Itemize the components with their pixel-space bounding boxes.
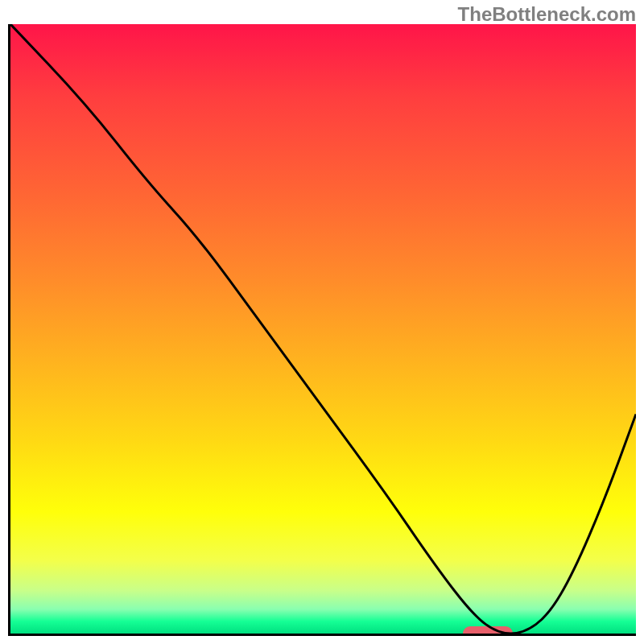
bottleneck-chart — [8, 24, 636, 636]
watermark-text: TheBottleneck.com — [458, 3, 636, 26]
bottleneck-curve — [10, 24, 636, 634]
